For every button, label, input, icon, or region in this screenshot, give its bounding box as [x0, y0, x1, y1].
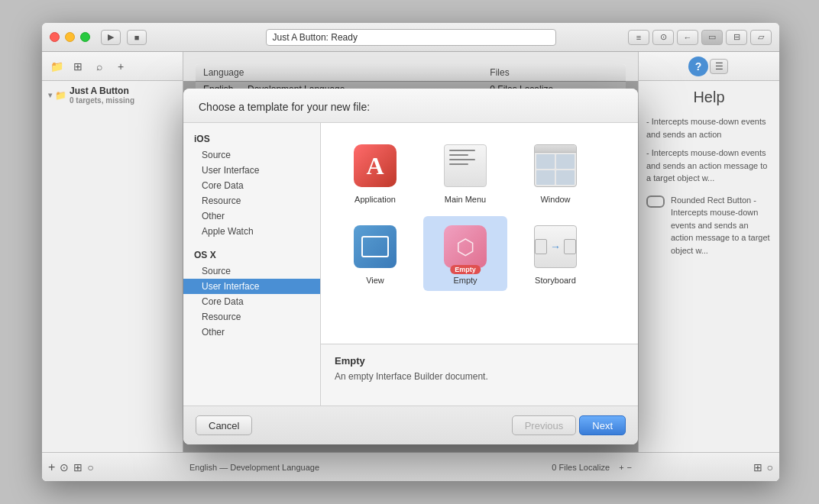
bottom-grid-icon[interactable]: ⊞ — [73, 461, 83, 473]
scheme-selector[interactable]: Just A Button: Ready — [266, 29, 556, 46]
maximize-button[interactable] — [80, 32, 90, 42]
modal-description: Empty An empty Interface Builder documen… — [321, 344, 638, 405]
titlebar: ▶ ■ Just A Button: Ready ≡ ⊙ ← ▭ ⊟ ▱ — [42, 23, 779, 52]
template-window[interactable]: Window — [513, 135, 597, 210]
bottom-circle-icon[interactable]: ○ — [87, 461, 93, 473]
footer-nav: Previous Next — [512, 415, 626, 435]
bottom-grid-right-icon[interactable]: ⊞ — [753, 461, 762, 473]
bottom-clock-icon[interactable]: ⊙ — [60, 461, 69, 473]
titlebar-right: ≡ ⊙ ← ▭ ⊟ ▱ — [628, 30, 772, 45]
osx-resource[interactable]: Resource — [183, 309, 320, 325]
window-grid — [535, 153, 576, 186]
template-main-menu[interactable]: Main Menu — [423, 135, 507, 210]
ios-header: iOS — [183, 129, 320, 147]
window-label: Window — [540, 195, 570, 204]
view-label: View — [366, 276, 384, 285]
sb-box-1 — [535, 239, 547, 254]
osx-source[interactable]: Source — [183, 263, 320, 279]
add-icon[interactable]: + — [112, 60, 129, 73]
col-language: Language — [196, 64, 482, 82]
storyboard-inner: → — [535, 239, 576, 254]
template-storyboard[interactable]: → Storyboard — [513, 216, 597, 291]
right-panel: ? ☰ Help - Intercepts mouse-down events … — [638, 52, 779, 481]
main-menu-label: Main Menu — [445, 195, 486, 204]
close-button[interactable] — [50, 32, 60, 42]
storyboard-arrow-icon: → — [550, 241, 561, 253]
template-view[interactable]: View — [333, 216, 417, 291]
desc-title: Empty — [335, 355, 624, 367]
modal-header: Choose a template for your new file: — [183, 89, 638, 123]
window-bar — [535, 145, 576, 153]
storyboard-icon: → — [531, 222, 580, 271]
menu-line-3 — [449, 159, 475, 160]
right-panel-content: Help - Intercepts mouse-down events and … — [639, 81, 779, 270]
ios-apple-watch[interactable]: Apple Watch — [183, 224, 320, 239]
minimize-button[interactable] — [65, 32, 75, 42]
app-icon-shape — [354, 144, 397, 187]
layout-btn-2[interactable]: ⊙ — [652, 30, 674, 45]
play-button[interactable]: ▶ — [101, 30, 121, 45]
scheme-label: Just A Button: Ready — [273, 32, 358, 43]
layout-btn-3[interactable]: ← — [677, 30, 698, 45]
traffic-lights — [50, 32, 90, 42]
empty-label: Empty — [453, 276, 477, 285]
help-text-2: - Intercepts mouse-down events and sends… — [646, 147, 772, 185]
modal-sidebar: iOS Source User Interface Core Data Reso… — [183, 123, 321, 405]
titlebar-center: Just A Button: Ready — [266, 29, 556, 46]
ios-core-data[interactable]: Core Data — [183, 178, 320, 193]
osx-user-interface[interactable]: User Interface — [183, 279, 320, 294]
layout-btn-5[interactable]: ⊟ — [726, 30, 747, 45]
main-menu-icon — [441, 141, 490, 190]
empty-shape — [444, 225, 487, 268]
bottom-plus-icon[interactable]: + — [48, 460, 55, 474]
ios-user-interface[interactable]: User Interface — [183, 163, 320, 178]
rounded-rect-section: Rounded Rect Button - Intercepts mouse-d… — [646, 194, 772, 263]
empty-icon: Empty — [441, 222, 490, 271]
menu-line-4 — [449, 163, 468, 165]
stop-button[interactable]: ■ — [127, 30, 147, 45]
template-application[interactable]: Application — [333, 135, 417, 210]
layout-btn-4[interactable]: ▭ — [701, 30, 723, 45]
template-modal: Choose a template for your new file: iOS… — [183, 89, 638, 444]
storyboard-shape: → — [534, 225, 577, 268]
right-panel-toolbar: ? ☰ — [639, 52, 779, 81]
main-menu-shape — [444, 144, 487, 187]
osx-header: OS X — [183, 245, 320, 263]
main-window: ▶ ■ Just A Button: Ready ≡ ⊙ ← ▭ ⊟ ▱ 📁 ⊞… — [42, 23, 779, 481]
next-button[interactable]: Next — [579, 415, 626, 435]
add-localize-btn[interactable]: + — [619, 463, 623, 472]
bottom-bar: English — Development Language 0 Files L… — [183, 452, 638, 481]
layout-btn-1[interactable]: ≡ — [628, 30, 649, 45]
template-grid: Application — [321, 123, 638, 344]
bottom-circle-right-icon[interactable]: ○ — [767, 461, 773, 473]
help-text-1: - Intercepts mouse-down events and sends… — [646, 115, 772, 141]
osx-core-data[interactable]: Core Data — [183, 294, 320, 309]
ios-source[interactable]: Source — [183, 147, 320, 163]
view-inner — [361, 236, 389, 257]
folder-icon[interactable]: 📁 — [48, 60, 65, 73]
col-files: Files — [482, 64, 626, 82]
menu-line-1 — [449, 150, 475, 151]
cancel-button[interactable]: Cancel — [196, 415, 252, 435]
ios-other[interactable]: Other — [183, 208, 320, 224]
window-cell-4 — [556, 170, 575, 185]
layout-btn-6[interactable]: ▱ — [750, 30, 772, 45]
project-subtitle: 0 targets, missing — [70, 96, 134, 105]
previous-button[interactable]: Previous — [512, 415, 577, 435]
grid-icon[interactable]: ⊞ — [70, 60, 86, 73]
sb-box-2 — [564, 239, 576, 254]
application-label: Application — [354, 195, 396, 204]
remove-localize-btn[interactable]: − — [627, 463, 632, 472]
project-root-item[interactable]: ▾ 📁 Just A Button 0 targets, missing — [42, 81, 183, 109]
panel-tab-list[interactable]: ☰ — [710, 59, 728, 74]
search-icon[interactable]: ⌕ — [91, 60, 108, 73]
osx-other[interactable]: Other — [183, 325, 320, 340]
sidebar-toolbar: 📁 ⊞ ⌕ + — [42, 52, 183, 81]
template-empty[interactable]: Empty Empty — [423, 216, 507, 291]
ios-resource[interactable]: Resource — [183, 193, 320, 208]
application-icon — [351, 141, 400, 190]
rounded-rect-preview — [646, 195, 665, 208]
menu-line-2 — [449, 154, 468, 156]
project-name: Just A Button — [70, 86, 134, 96]
storyboard-label: Storyboard — [535, 276, 576, 285]
